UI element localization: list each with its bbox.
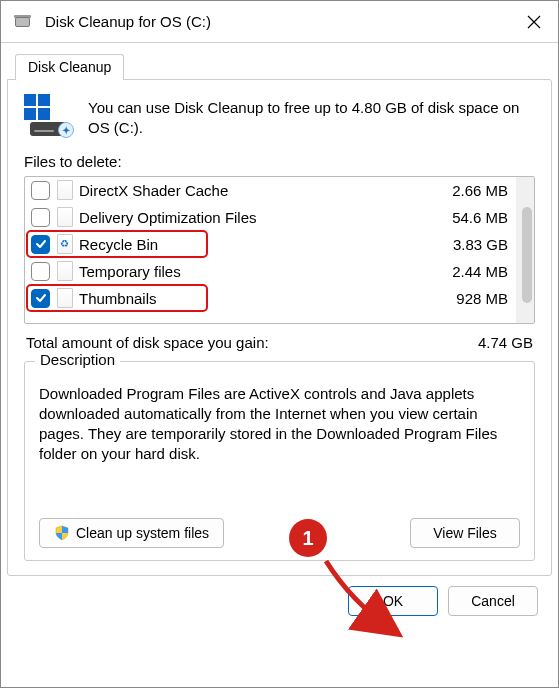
window-title: Disk Cleanup for OS (C:)	[45, 13, 510, 30]
file-size: 54.6 MB	[446, 209, 508, 226]
intro-text: You can use Disk Cleanup to free up to 4…	[88, 94, 535, 139]
checkbox[interactable]	[31, 208, 50, 227]
checkbox[interactable]	[31, 262, 50, 281]
intro-row: ✦ You can use Disk Cleanup to free up to…	[24, 94, 535, 139]
file-icon	[57, 261, 73, 281]
list-item[interactable]: Delivery Optimization Files54.6 MB	[25, 204, 516, 231]
file-icon	[57, 207, 73, 227]
annotation-step-badge: 1	[289, 519, 327, 557]
scrollbar-thumb[interactable]	[522, 207, 532, 303]
file-size: 928 MB	[450, 290, 508, 307]
files-listbox[interactable]: DirectX Shader Cache2.66 MBDelivery Opti…	[24, 176, 535, 324]
file-name: Temporary files	[79, 263, 446, 280]
shield-icon	[54, 525, 70, 541]
disk-cleanup-window: Disk Cleanup for OS (C:) Disk Cleanup ✦ …	[0, 0, 559, 688]
titlebar: Disk Cleanup for OS (C:)	[1, 1, 558, 43]
file-icon	[57, 288, 73, 308]
description-title: Description	[35, 351, 120, 368]
disk-cleanup-icon: ✦	[24, 94, 74, 138]
cancel-label: Cancel	[471, 593, 515, 609]
list-item[interactable]: Thumbnails928 MB	[25, 285, 516, 312]
file-name: Recycle Bin	[79, 236, 447, 253]
total-label: Total amount of disk space you gain:	[26, 334, 269, 351]
tab-panel: ✦ You can use Disk Cleanup to free up to…	[7, 79, 552, 576]
view-files-button[interactable]: View Files	[410, 518, 520, 548]
tabstrip: Disk Cleanup	[7, 53, 552, 79]
close-button[interactable]	[510, 1, 558, 43]
ok-label: OK	[383, 593, 403, 609]
file-icon	[57, 180, 73, 200]
ok-button[interactable]: OK	[348, 586, 438, 616]
checkbox[interactable]	[31, 289, 50, 308]
file-name: DirectX Shader Cache	[79, 182, 446, 199]
dialog-buttons: OK Cancel	[7, 576, 552, 616]
file-size: 2.66 MB	[446, 182, 508, 199]
cancel-button[interactable]: Cancel	[448, 586, 538, 616]
checkbox[interactable]	[31, 235, 50, 254]
list-item[interactable]: Temporary files2.44 MB	[25, 258, 516, 285]
tab-disk-cleanup[interactable]: Disk Cleanup	[15, 54, 124, 80]
view-files-label: View Files	[433, 525, 497, 541]
file-size: 3.83 GB	[447, 236, 508, 253]
checkbox[interactable]	[31, 181, 50, 200]
clean-system-files-label: Clean up system files	[76, 525, 209, 541]
file-name: Delivery Optimization Files	[79, 209, 446, 226]
total-value: 4.74 GB	[478, 334, 533, 351]
file-size: 2.44 MB	[446, 263, 508, 280]
app-icon	[13, 13, 35, 31]
list-item[interactable]: ♻Recycle Bin3.83 GB	[25, 231, 516, 258]
file-name: Thumbnails	[79, 290, 450, 307]
description-group: Description Downloaded Program Files are…	[24, 361, 535, 561]
files-to-delete-label: Files to delete:	[24, 153, 535, 170]
list-item[interactable]: DirectX Shader Cache2.66 MB	[25, 177, 516, 204]
scrollbar[interactable]	[516, 177, 534, 323]
close-icon	[527, 15, 541, 29]
total-row: Total amount of disk space you gain: 4.7…	[26, 334, 533, 351]
description-text: Downloaded Program Files are ActiveX con…	[39, 384, 520, 484]
clean-system-files-button[interactable]: Clean up system files	[39, 518, 224, 548]
recycle-bin-icon: ♻	[57, 234, 73, 254]
